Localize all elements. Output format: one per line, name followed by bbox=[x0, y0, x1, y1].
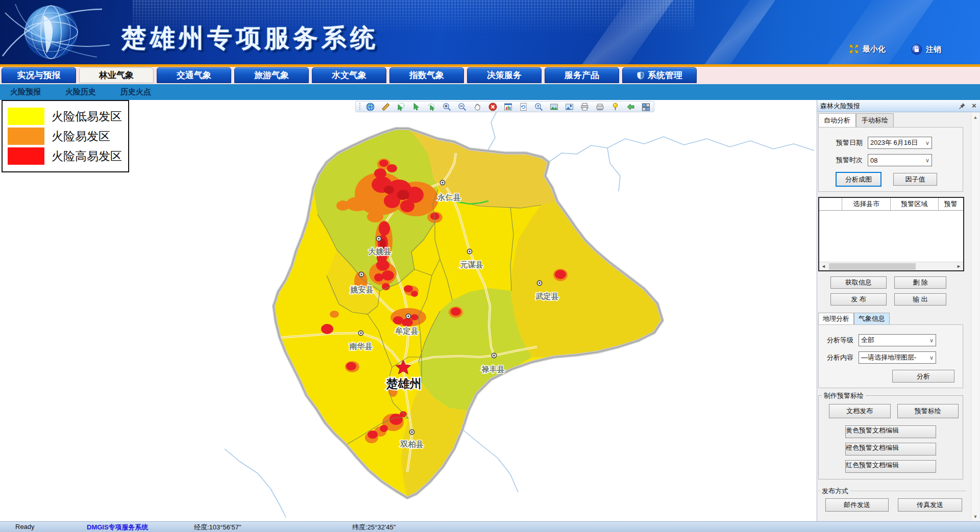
tab-weather-info[interactable]: 气象信息 bbox=[854, 313, 890, 324]
refresh-page-icon[interactable] bbox=[519, 103, 528, 111]
select-lasso-icon[interactable] bbox=[427, 103, 436, 111]
panel-titlebar: 森林火险预报 ✕ bbox=[817, 100, 980, 112]
pin-marker-icon[interactable] bbox=[611, 103, 620, 111]
main-nav-tabbar: 实况与预报 林业气象 交通气象 旅游气象 水文气象 指数气象 决策服务 服务产品… bbox=[0, 67, 980, 84]
yellow-warning-doc-button[interactable]: 黄色预警文档编辑 bbox=[845, 425, 936, 438]
select-arrow-icon[interactable] bbox=[412, 103, 421, 111]
analysis-level-select[interactable]: 全部∨ bbox=[859, 334, 936, 346]
subtab-fire-risk-forecast[interactable]: 火险预报 bbox=[10, 87, 41, 97]
map-toolbar: ? bbox=[355, 101, 654, 112]
scroll-down-icon[interactable]: ▼ bbox=[971, 512, 979, 521]
map-label-yuanmou: 元谋县 bbox=[460, 260, 483, 269]
warn-time-label: 预警时次 bbox=[836, 156, 868, 165]
get-info-button[interactable]: 获取信息 bbox=[830, 276, 887, 289]
table-header-county: 选择县市 bbox=[842, 198, 891, 210]
logout-button[interactable]: 注销 bbox=[911, 44, 941, 55]
warning-plot-button[interactable]: 预警标绘 bbox=[897, 404, 959, 418]
zoom-out-icon[interactable] bbox=[458, 103, 467, 111]
legend-swatch-red bbox=[8, 147, 44, 165]
tab-live-forecast[interactable]: 实况与预报 bbox=[2, 67, 76, 83]
map-label-shuangbai: 双柏县 bbox=[400, 440, 424, 448]
print-layout-icon[interactable] bbox=[596, 103, 604, 111]
pan-hand-icon[interactable] bbox=[473, 103, 482, 111]
select-circle-icon[interactable] bbox=[397, 103, 405, 111]
geo-analysis-tabpage: 分析等级 全部∨ 分析内容 —请选择地理图层-∨ 分析 bbox=[818, 324, 963, 388]
subtab-historical-fire-points[interactable]: 历史火点 bbox=[120, 87, 151, 97]
lock-icon bbox=[911, 44, 922, 55]
chevron-down-icon: ∨ bbox=[929, 337, 934, 344]
toolbar-grip[interactable] bbox=[359, 103, 361, 110]
status-bar: Ready DMGIS专项服务系统 经度:103°56'57" 纬度:25°32… bbox=[0, 521, 980, 532]
map-label-nanhua: 南华县 bbox=[349, 342, 373, 350]
analysis-level-label: 分析等级 bbox=[827, 336, 859, 345]
table-header-empty bbox=[819, 198, 842, 210]
warn-time-select[interactable]: 08∨ bbox=[868, 154, 932, 166]
table-hscrollbar[interactable]: ◄ ► bbox=[819, 262, 963, 270]
shield-icon bbox=[636, 71, 645, 80]
analysis-content-label: 分析内容 bbox=[827, 353, 859, 362]
warn-date-select[interactable]: 2023年 6月16日∨ bbox=[868, 137, 932, 149]
fax-send-button[interactable]: 传真发送 bbox=[898, 498, 962, 512]
zoom-in-icon[interactable] bbox=[443, 103, 451, 111]
tab-traffic-weather[interactable]: 交通气象 bbox=[157, 67, 231, 83]
image-export-icon[interactable] bbox=[565, 103, 574, 111]
map-label-yaoan: 姚安县 bbox=[350, 285, 374, 294]
globe-logo bbox=[0, 0, 117, 64]
status-system-name: DMGIS专项服务系统 bbox=[87, 523, 149, 532]
map-label-mouding: 牟定县 bbox=[395, 326, 419, 335]
chart-icon[interactable] bbox=[504, 103, 512, 111]
panel-scrollbar[interactable]: ▲ ▼ bbox=[971, 113, 979, 521]
tab-geo-analysis[interactable]: 地理分析 bbox=[818, 313, 854, 324]
warning-plot-group: 制作预警标绘 文档发布 预警标绘 黄色预警文档编辑 橙色预警文档编辑 红色预警文… bbox=[818, 395, 963, 479]
chevron-down-icon: ∨ bbox=[925, 157, 929, 164]
map-workspace: 永仁县 元谋县 大姚县 姚安县 武定县 南华县 牟定县 禄丰县 双柏县 楚雄州 … bbox=[0, 100, 980, 521]
orange-warning-doc-button[interactable]: 橙色预警文档编辑 bbox=[845, 443, 936, 455]
delete-button[interactable]: 删 除 bbox=[894, 276, 946, 289]
tab-index-weather[interactable]: 指数气象 bbox=[389, 67, 464, 83]
pin-icon[interactable] bbox=[958, 102, 966, 110]
red-warning-doc-button[interactable]: 红色预警文档编辑 bbox=[845, 460, 936, 473]
tab-decision-service[interactable]: 决策服务 bbox=[467, 67, 542, 83]
table-header-warn-level: 预警 bbox=[939, 198, 963, 210]
tab-auto-analysis[interactable]: 自动分析 bbox=[818, 113, 856, 127]
map-label-chuxiong: 楚雄州 bbox=[386, 377, 422, 390]
tab-forestry-weather[interactable]: 林业气象 bbox=[79, 67, 154, 83]
subtab-fire-risk-history[interactable]: 火险历史 bbox=[65, 87, 96, 97]
cancel-icon[interactable] bbox=[488, 103, 497, 111]
scroll-up-icon[interactable]: ▲ bbox=[971, 113, 979, 121]
identify-icon[interactable]: ? bbox=[534, 103, 543, 111]
minimize-button[interactable]: 最小化 bbox=[849, 44, 886, 54]
analyze-to-map-button[interactable]: 分析成图 bbox=[836, 172, 881, 186]
map-tiles-icon[interactable] bbox=[642, 103, 650, 111]
legend-item-medium: 火险易发区 bbox=[8, 128, 123, 145]
image-icon[interactable] bbox=[550, 103, 558, 111]
analysis-content-select[interactable]: —请选择地理图层-∨ bbox=[859, 351, 936, 364]
measure-ruler-icon[interactable] bbox=[381, 103, 390, 111]
scroll-left-icon[interactable]: ◄ bbox=[819, 264, 828, 269]
globe-icon[interactable] bbox=[366, 103, 375, 111]
factor-value-button[interactable]: 因子值 bbox=[893, 173, 937, 186]
tab-manual-plot[interactable]: 手动标绘 bbox=[856, 113, 894, 127]
warning-table[interactable]: 选择县市 预警区域 预警 ◄ ► bbox=[818, 197, 964, 271]
header-banner: 楚雄州专项服务系统 最小化 注销 bbox=[0, 0, 980, 64]
minimize-arrows-icon bbox=[849, 44, 859, 54]
tab-service-products[interactable]: 服务产品 bbox=[545, 67, 619, 83]
tab-hydrology-weather[interactable]: 水文气象 bbox=[312, 67, 386, 83]
scroll-right-icon[interactable]: ► bbox=[954, 264, 963, 269]
hscroll-thumb[interactable] bbox=[829, 263, 916, 270]
doc-publish-button[interactable]: 文档发布 bbox=[829, 404, 891, 418]
print-icon[interactable] bbox=[580, 103, 589, 111]
analyze-button[interactable]: 分析 bbox=[892, 370, 954, 383]
tab-tourism-weather[interactable]: 旅游气象 bbox=[234, 67, 309, 83]
back-arrow-icon[interactable] bbox=[626, 103, 635, 111]
plot-group-title: 制作预警标绘 bbox=[822, 391, 866, 400]
export-button[interactable]: 输 出 bbox=[894, 293, 946, 306]
map-label-yongren: 永仁县 bbox=[437, 193, 461, 201]
publish-button[interactable]: 发 布 bbox=[830, 293, 887, 306]
panel-close-icon[interactable]: ✕ bbox=[971, 102, 977, 110]
map-label-dayao: 大姚县 bbox=[369, 247, 391, 256]
status-ready: Ready bbox=[15, 523, 35, 530]
email-send-button[interactable]: 邮件发送 bbox=[825, 498, 889, 512]
status-latitude: 纬度:25°32'45" bbox=[352, 523, 396, 532]
tab-system-management[interactable]: 系统管理 bbox=[622, 67, 697, 83]
